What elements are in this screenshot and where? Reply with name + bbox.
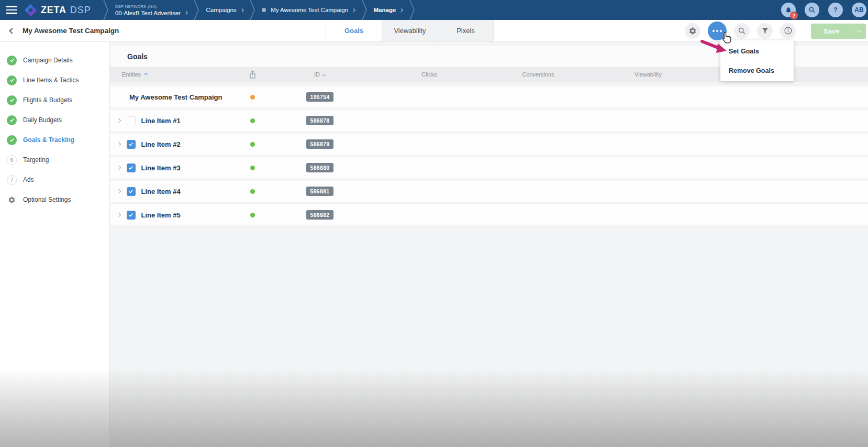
sidebar-item[interactable]: Flights & Budgets	[0, 90, 109, 110]
sidebar-item[interactable]: Daily Budgets	[0, 110, 109, 130]
page-header: My Awesome Test Campaign Goals Viewabili…	[0, 20, 868, 42]
column-clicks[interactable]: Clicks	[375, 71, 484, 78]
chevron-right-icon	[184, 11, 187, 14]
save-dropdown-toggle[interactable]	[852, 24, 866, 39]
breadcrumb-segment[interactable]: DSP NETWORK (NA) 00-AlexB Test Advertise…	[108, 0, 199, 20]
status-cell	[240, 189, 265, 194]
menu-item-label: Set Goals	[729, 48, 759, 55]
save-button-label: Save	[811, 27, 852, 35]
column-entities[interactable]: Entities	[110, 71, 240, 78]
breadcrumb-segment[interactable]: My Awesome Test Campaign	[255, 0, 366, 20]
table-row: Line Item #3 586880	[110, 157, 868, 178]
row-checkbox[interactable]	[127, 116, 136, 125]
column-share[interactable]	[240, 70, 265, 79]
notification-badge: 2	[790, 12, 798, 19]
expand-row-button[interactable]	[117, 166, 120, 169]
expand-row-button[interactable]	[117, 143, 120, 146]
expand-row-button[interactable]	[117, 190, 120, 193]
table-row: Line Item #2 586879	[110, 134, 868, 155]
entity-cell: My Awesome Test Campaign	[110, 93, 240, 101]
avatar[interactable]: AB	[852, 3, 866, 17]
column-viewability[interactable]: Viewability	[593, 71, 704, 78]
breadcrumb: DSP NETWORK (NA) 00-AlexB Test Advertise…	[96, 0, 415, 20]
menu-item-label: Remove Goals	[729, 67, 774, 74]
gear-icon	[688, 27, 697, 35]
status-cell	[240, 166, 265, 170]
status-dot	[250, 95, 255, 100]
status-cell	[240, 118, 265, 123]
sidebar-item-label: Campaign Details	[23, 57, 73, 64]
sidebar-item[interactable]: Goals & Tracking	[0, 130, 109, 150]
tab-bar: Goals Viewability Pixels	[326, 20, 494, 41]
tab[interactable]: Viewability	[382, 20, 438, 41]
menu-item[interactable]: Remove Goals	[720, 61, 794, 80]
entity-name[interactable]: My Awesome Test Campaign	[129, 93, 222, 101]
back-button[interactable]	[10, 29, 14, 33]
avatar-initials: AB	[854, 6, 863, 14]
menu-icon[interactable]	[6, 6, 17, 14]
sidebar-item-label: Daily Budgets	[23, 116, 62, 124]
breadcrumb-segment[interactable]: Manage	[367, 0, 415, 20]
tab-label: Viewability	[394, 27, 426, 35]
sidebar-item[interactable]: Campaign Details	[0, 50, 109, 70]
sidebar-item[interactable]: Optional Settings	[0, 190, 109, 210]
campaign-steps-sidebar: Campaign Details Line Items & Tactics	[0, 42, 110, 447]
entity-name[interactable]: Line Item #5	[141, 211, 181, 219]
expand-row-button[interactable]	[117, 213, 120, 216]
save-button[interactable]: Save	[811, 24, 866, 39]
zeta-dsp-logo: ZETA DSP	[24, 4, 91, 17]
table-row: Line Item #4 586881	[110, 181, 868, 202]
breadcrumb-label: My Awesome Test Campaign	[271, 7, 348, 13]
id-badge: 586879	[306, 139, 334, 149]
status-cell	[240, 142, 265, 147]
id-cell: 586881	[265, 187, 375, 196]
id-cell: 586878	[265, 116, 375, 125]
tab[interactable]: Pixels	[438, 20, 494, 41]
sidebar-item[interactable]: 7 Ads	[0, 170, 109, 190]
row-checkbox[interactable]	[127, 163, 136, 172]
breadcrumb-separator	[409, 0, 415, 20]
entity-name[interactable]: Line Item #3	[141, 164, 181, 172]
id-badge: 586878	[306, 116, 334, 125]
help-button[interactable]: ?	[828, 3, 843, 17]
status-dot	[250, 213, 255, 217]
tab[interactable]: Goals	[326, 20, 382, 41]
entity-name[interactable]: Line Item #1	[141, 117, 181, 125]
check-circle-icon	[7, 135, 17, 145]
id-cell: 586879	[265, 139, 375, 149]
sidebar-item[interactable]: Line Items & Tactics	[0, 70, 109, 90]
sidebar-item-label: Flights & Budgets	[23, 96, 72, 104]
column-id[interactable]: ID	[265, 71, 375, 78]
sidebar-item[interactable]: 6 Targeting	[0, 150, 109, 170]
row-checkbox[interactable]	[127, 211, 136, 220]
notifications-button[interactable]: 2	[781, 3, 796, 17]
entity-name[interactable]: Line Item #4	[141, 188, 181, 195]
global-search-button[interactable]	[805, 3, 819, 17]
settings-button[interactable]	[685, 23, 700, 39]
row-checkbox[interactable]	[127, 187, 136, 196]
more-actions-button[interactable]	[708, 21, 727, 40]
check-circle-icon	[7, 95, 17, 105]
sidebar-item-label: Line Items & Tactics	[23, 77, 79, 84]
sidebar-item-label: Optional Settings	[23, 196, 71, 203]
table-row: My Awesome Test Campaign 195754	[110, 86, 868, 107]
entity-name[interactable]: Line Item #2	[141, 140, 181, 148]
breadcrumb-segment[interactable]: Campaigns	[199, 0, 255, 20]
brand-name: ZETA	[41, 5, 66, 16]
check-icon	[128, 212, 133, 217]
more-icon	[713, 30, 722, 32]
column-conversions[interactable]: Conversions	[484, 71, 593, 78]
step-number-icon: 6	[7, 155, 17, 165]
status-dot	[250, 142, 255, 147]
chevron-down-icon	[857, 28, 861, 32]
zeta-logo-icon	[24, 4, 37, 17]
info-button[interactable]	[780, 23, 796, 39]
id-badge: 586881	[306, 187, 334, 196]
row-checkbox[interactable]	[127, 140, 136, 149]
breadcrumb-label: Campaigns	[206, 7, 236, 13]
expand-row-button[interactable]	[117, 119, 120, 122]
breadcrumb-separator	[362, 0, 367, 20]
table-search-button[interactable]	[734, 23, 750, 39]
menu-item[interactable]: Set Goals	[720, 41, 794, 61]
filter-button[interactable]	[757, 23, 773, 39]
